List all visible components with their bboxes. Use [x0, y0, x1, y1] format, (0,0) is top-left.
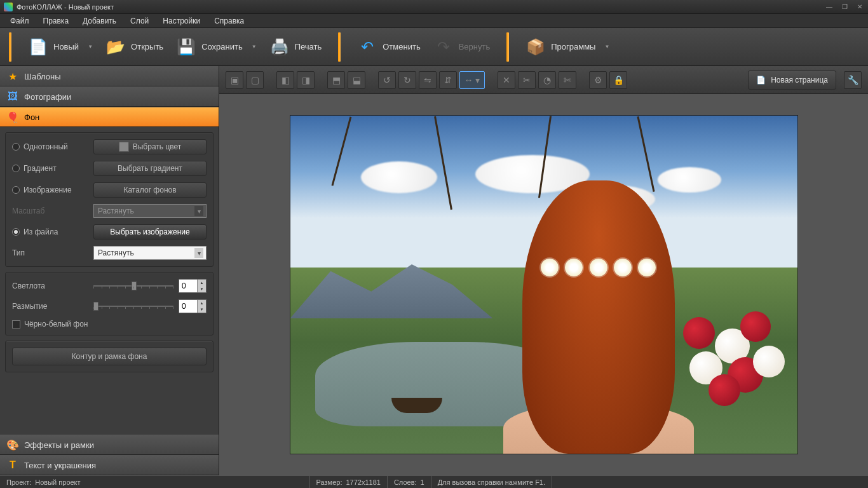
contour-frame-button[interactable]: Контур и рамка фона [12, 348, 207, 365]
blur-slider[interactable] [93, 300, 173, 313]
align-left-icon[interactable]: ◧ [276, 71, 294, 89]
status-project: Проект: Новый проект [0, 476, 87, 488]
menu-edit[interactable]: Правка [37, 15, 76, 27]
menu-settings[interactable]: Настройки [156, 15, 207, 27]
brightness-value[interactable]: 0▲▼ [179, 279, 207, 293]
chevron-down-icon[interactable]: ▼ [252, 44, 257, 50]
new-page-button[interactable]: 📄 Новая страница [748, 71, 836, 90]
file-radio-label[interactable]: Из файла [12, 227, 88, 236]
delete-icon[interactable]: ✕ [498, 71, 515, 89]
status-layers: Слоев: 1 [388, 476, 431, 488]
redo-icon: ↷ [433, 37, 454, 57]
brightness-label: Светлота [12, 281, 88, 290]
window-title: ФотоКОЛЛАЖ - Новый проект [17, 3, 114, 11]
accordion-photos[interactable]: 🖼 Фотографии [0, 86, 219, 107]
align-top-icon[interactable]: ⬒ [327, 71, 345, 89]
open-button[interactable]: 📂 Открыть [99, 33, 170, 61]
undo-icon: ↶ [357, 37, 377, 57]
gear-icon[interactable]: ⚙ [589, 71, 607, 89]
close-button[interactable]: ✕ [855, 3, 864, 11]
menu-file[interactable]: Файл [4, 15, 36, 27]
image-radio-label[interactable]: Изображение [12, 186, 88, 194]
menubar: Файл Правка Добавить Слой Настройки Спра… [0, 14, 868, 28]
grayscale-checkbox[interactable] [12, 320, 20, 329]
catalog-button[interactable]: Каталог фонов [93, 182, 207, 198]
menu-add[interactable]: Добавить [76, 15, 123, 27]
new-file-icon: 📄 [28, 37, 48, 57]
page-settings-icon[interactable]: 🔧 [844, 71, 862, 89]
accordion-background[interactable]: 🎈 Фон [0, 107, 219, 127]
blur-label: Размытие [12, 302, 88, 311]
accordion-text[interactable]: T Текст и украшения [0, 455, 219, 475]
chevron-down-icon[interactable]: ▼ [88, 44, 93, 50]
radio-image[interactable] [12, 186, 20, 194]
box-icon: 📦 [526, 37, 546, 57]
text-icon: T [6, 459, 19, 471]
radio-gradient[interactable] [12, 165, 20, 172]
new-button[interactable]: 📄 Новый ▼ [22, 33, 99, 61]
canvas-area: ▣ ▢ ◧ ◨ ⬒ ⬓ ↺ ↻ ⇋ ⇵ ↔ ▾ ✕ ✂ ◔ ✄ ⚙ 🔒 📄 [219, 66, 868, 475]
scale-select[interactable]: Растянуть [93, 204, 207, 218]
flip-v-icon[interactable]: ⇵ [439, 71, 457, 89]
star-icon: ★ [6, 70, 19, 83]
scale-label: Масштаб [12, 207, 88, 215]
status-help: Для вызова справки нажмите F1. [431, 476, 552, 488]
sidebar: ★ Шаблоны 🖼 Фотографии 🎈 Фон Однотонный … [0, 66, 219, 475]
page-add-icon: 📄 [756, 76, 766, 85]
send-back-icon[interactable]: ▢ [246, 71, 264, 89]
type-select[interactable]: Растянуть [93, 246, 207, 260]
bring-front-icon[interactable]: ▣ [226, 71, 243, 89]
crop-icon[interactable]: ✂ [518, 71, 536, 89]
choose-image-button[interactable]: Выбрать изображение [93, 224, 207, 240]
chevron-down-icon[interactable]: ▼ [604, 44, 609, 50]
grayscale-check-label[interactable]: Чёрно-белый фон [12, 320, 207, 329]
photo-icon: 🖼 [6, 90, 19, 103]
gradient-radio-label[interactable]: Градиент [12, 164, 88, 173]
flip-h-icon[interactable]: ⇋ [419, 71, 437, 89]
canvas-toolbar: ▣ ▢ ◧ ◨ ⬒ ⬓ ↺ ↻ ⇋ ⇵ ↔ ▾ ✕ ✂ ◔ ✄ ⚙ 🔒 📄 [219, 66, 868, 94]
print-icon: 🖨️ [269, 37, 290, 57]
palette-icon: 🎨 [6, 438, 19, 451]
choose-color-button[interactable]: Выбрать цвет [93, 139, 207, 154]
menu-help[interactable]: Справка [208, 15, 250, 27]
scissors-icon[interactable]: ✄ [559, 71, 576, 89]
radio-from-file[interactable] [12, 228, 20, 236]
undo-button[interactable]: ↶ Отменить [351, 33, 426, 61]
status-size: Размер: 1772x1181 [309, 476, 388, 488]
save-button[interactable]: 💾 Сохранить ▼ [170, 33, 263, 61]
align-right-icon[interactable]: ◨ [297, 71, 315, 89]
background-panel: Однотонный Выбрать цвет Градиент Выбрать… [0, 127, 219, 435]
rotate-left-icon[interactable]: ↺ [378, 71, 396, 89]
titlebar: ФотоКОЛЛАЖ - Новый проект — ❐ ✕ [0, 0, 868, 14]
accordion-templates[interactable]: ★ Шаблоны [0, 66, 219, 86]
main-toolbar: 📄 Новый ▼ 📂 Открыть 💾 Сохранить ▼ 🖨️ Печ… [0, 28, 868, 66]
folder-open-icon: 📂 [105, 37, 126, 57]
canvas[interactable] [290, 115, 798, 454]
balloon-icon: 🎈 [6, 111, 19, 123]
align-bottom-icon[interactable]: ⬓ [348, 71, 365, 89]
choose-gradient-button[interactable]: Выбрать градиент [93, 161, 207, 176]
minimize-button[interactable]: — [825, 3, 834, 11]
app-icon [4, 3, 13, 11]
solid-radio-label[interactable]: Однотонный [12, 142, 88, 151]
maximize-button[interactable]: ❐ [840, 3, 849, 11]
blur-value[interactable]: 0▲▼ [179, 299, 207, 313]
redo-button[interactable]: ↷ Вернуть [427, 33, 497, 61]
save-icon: 💾 [176, 37, 196, 57]
fit-width-icon[interactable]: ↔ ▾ [459, 71, 485, 89]
brightness-slider[interactable] [93, 280, 173, 292]
type-label: Тип [12, 248, 88, 257]
programs-button[interactable]: 📦 Программы ▼ [519, 33, 616, 61]
mask-icon[interactable]: ◔ [538, 71, 556, 89]
lock-icon[interactable]: 🔒 [609, 71, 627, 89]
radio-solid[interactable] [12, 143, 20, 151]
rotate-right-icon[interactable]: ↻ [398, 71, 416, 89]
menu-layer[interactable]: Слой [124, 15, 155, 27]
color-swatch [119, 142, 129, 152]
print-button[interactable]: 🖨️ Печать [263, 33, 329, 61]
accordion-effects[interactable]: 🎨 Эффекты и рамки [0, 435, 219, 455]
statusbar: Проект: Новый проект Размер: 1772x1181 С… [0, 475, 868, 488]
canvas-viewport[interactable] [219, 94, 868, 475]
